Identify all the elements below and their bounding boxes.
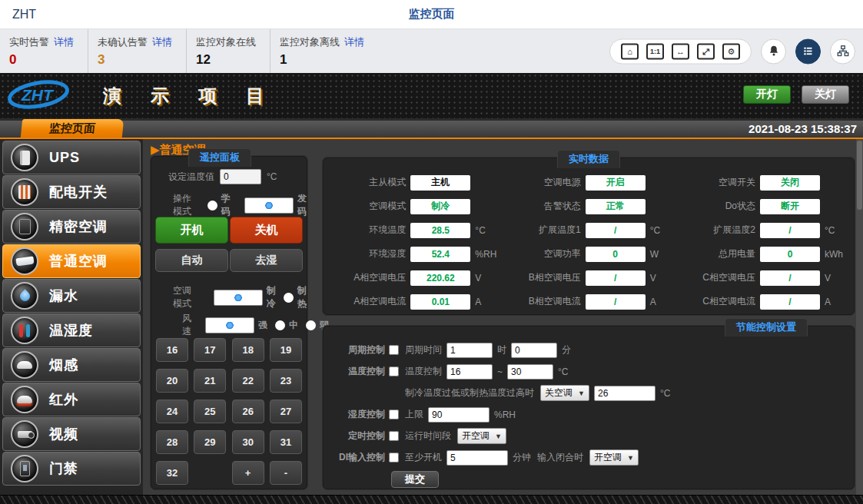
sidebar-item-temp-humidity[interactable]: 温湿度: [2, 313, 141, 347]
rt-value: /: [586, 294, 646, 310]
detail-link[interactable]: 详情: [344, 36, 364, 48]
thermometer-icon: [11, 317, 38, 344]
detail-link[interactable]: 详情: [54, 36, 74, 48]
rt-field: 总用电量0kWh: [675, 242, 849, 266]
sidebar-item-normal-ac[interactable]: 普通空调: [2, 244, 141, 278]
stat-label: 监控对象离线: [280, 36, 340, 48]
power-on-button[interactable]: 开机: [155, 217, 228, 244]
temp-key[interactable]: 32: [156, 461, 188, 485]
di-action-select[interactable]: 开空调▼: [589, 449, 639, 466]
temp-key[interactable]: 17: [194, 338, 226, 362]
cycle-hours-input[interactable]: [446, 343, 493, 358]
scrollbar-thumb[interactable]: [857, 141, 862, 210]
camera-icon: [11, 420, 38, 448]
rt-field: A相空调电压220.62V: [325, 266, 500, 290]
temp-key[interactable]: 24: [156, 400, 188, 423]
fullscreen-icon[interactable]: ⤢: [697, 43, 715, 59]
remote-control-panel: 遥控面板 设定温度值 °C 操作模式 学码 发码 开机 关机 自动 去湿 空调模…: [151, 156, 307, 489]
temp-decrease-key[interactable]: -: [270, 461, 302, 485]
radio-cooling[interactable]: 制冷: [207, 284, 276, 310]
stat-label: 实时告警: [9, 36, 49, 48]
cycle-minutes-input[interactable]: [511, 343, 557, 358]
detail-link[interactable]: 详情: [152, 36, 172, 48]
system-timestamp: 2021-08-23 15:38:37: [748, 122, 857, 135]
radio-icon: [205, 317, 254, 333]
temp-key[interactable]: 28: [156, 430, 188, 454]
sidebar-item-infrared[interactable]: 红外: [2, 383, 141, 416]
radio-label: 制热: [297, 284, 307, 310]
sidebar-item-precision-ac[interactable]: 精密空调: [2, 210, 141, 244]
temp-key[interactable]: 19: [270, 338, 302, 362]
settings-gear-icon[interactable]: ⚙: [722, 43, 740, 59]
home-icon[interactable]: ⌂: [621, 43, 639, 59]
rh-unit: %RH: [494, 410, 516, 420]
temp-max-input[interactable]: [507, 364, 553, 380]
temp-key[interactable]: 30: [232, 430, 264, 454]
cycle-control-checkbox[interactable]: [389, 345, 399, 355]
rt-unit: kWh: [825, 249, 846, 260]
radio-heating[interactable]: 制热: [284, 284, 307, 310]
fit-width-icon[interactable]: ↔: [672, 43, 689, 59]
temp-protect-label: 制冷温度过低或制热温度过高时: [405, 386, 534, 400]
sidebar-item-smoke[interactable]: 烟感: [2, 348, 141, 382]
temp-key[interactable]: 29: [194, 430, 226, 454]
light-off-button[interactable]: 关灯: [802, 85, 849, 104]
content-scrollbar[interactable]: [856, 139, 863, 495]
protect-action-select[interactable]: 关空调▼: [540, 385, 589, 401]
tab-monitor-page[interactable]: 监控页面: [21, 119, 124, 138]
smoke-detector-icon: [11, 351, 38, 379]
timer-control-row: 定时控制 运行时间段 开空调▼: [337, 428, 846, 444]
temp-key[interactable]: 21: [194, 369, 226, 393]
sidebar-item-video[interactable]: 视频: [2, 417, 141, 451]
one-to-one-icon[interactable]: 1:1: [646, 43, 664, 59]
radio-fan-high[interactable]: 强: [199, 317, 267, 333]
min-runtime-label: 至少开机: [405, 451, 442, 464]
temp-min-input[interactable]: [446, 364, 493, 380]
humidity-limit-label: 上限: [405, 408, 423, 421]
bell-icon[interactable]: [761, 38, 786, 64]
sidebar-item-door-access[interactable]: 门禁: [2, 452, 141, 486]
temp-key[interactable]: 25: [194, 400, 226, 423]
submit-button[interactable]: 提交: [391, 471, 439, 488]
list-menu-icon[interactable]: [795, 38, 821, 64]
min-runtime-input[interactable]: [446, 450, 508, 466]
protect-temp-input[interactable]: [594, 386, 656, 401]
temp-key[interactable]: 22: [232, 369, 264, 393]
radio-send-code[interactable]: 发码: [238, 192, 307, 218]
timer-control-checkbox[interactable]: [389, 431, 399, 441]
view-tools: ⌂ 1:1 ↔ ⤢ ⚙: [609, 38, 752, 64]
topology-icon[interactable]: [830, 38, 855, 64]
temp-key[interactable]: 26: [232, 400, 264, 423]
sidebar-item-power-switch[interactable]: 配电开关: [2, 175, 141, 209]
set-temp-input[interactable]: [220, 169, 261, 184]
sidebar-item-water-leak[interactable]: 漏水: [2, 279, 141, 313]
temp-key[interactable]: 18: [232, 338, 264, 362]
di-control-checkbox[interactable]: [389, 453, 399, 463]
realtime-data-panel: 实时数据 主从模式主机 空调电源开启 空调开关关闭 空调模式制冷 告警状态正常 …: [323, 158, 855, 315]
radio-fan-mid[interactable]: 中: [275, 319, 298, 332]
sidebar-item-ups[interactable]: UPS: [2, 141, 141, 174]
rt-field: 空调开关关闭: [675, 171, 849, 194]
humidity-control-checkbox[interactable]: [389, 410, 399, 419]
water-drop-icon: [11, 282, 38, 310]
temp-control-checkbox[interactable]: [389, 366, 399, 376]
temp-key[interactable]: 31: [270, 430, 302, 454]
humidity-limit-input[interactable]: [428, 407, 490, 423]
rt-unit: °C: [650, 225, 672, 236]
temp-key[interactable]: 27: [270, 400, 302, 423]
auto-button[interactable]: 自动: [155, 249, 228, 272]
temp-key[interactable]: 16: [156, 338, 188, 362]
power-off-button[interactable]: 关机: [230, 217, 303, 244]
light-on-button[interactable]: 开灯: [743, 85, 791, 104]
temp-key[interactable]: 23: [270, 369, 302, 393]
range-separator: ~: [497, 366, 503, 377]
timer-action-select[interactable]: 开空调▼: [457, 428, 506, 444]
stat-online: 监控对象在线 12: [187, 29, 271, 73]
rt-label: B相空调电压: [500, 271, 580, 284]
temp-key[interactable]: 20: [156, 369, 188, 393]
radio-learn-code[interactable]: 学码: [207, 192, 231, 218]
temp-increase-key[interactable]: +: [232, 461, 264, 485]
bell-glyph: [767, 45, 781, 58]
dehumidify-button[interactable]: 去湿: [230, 249, 303, 272]
rt-label: B相空调电流: [500, 295, 580, 308]
